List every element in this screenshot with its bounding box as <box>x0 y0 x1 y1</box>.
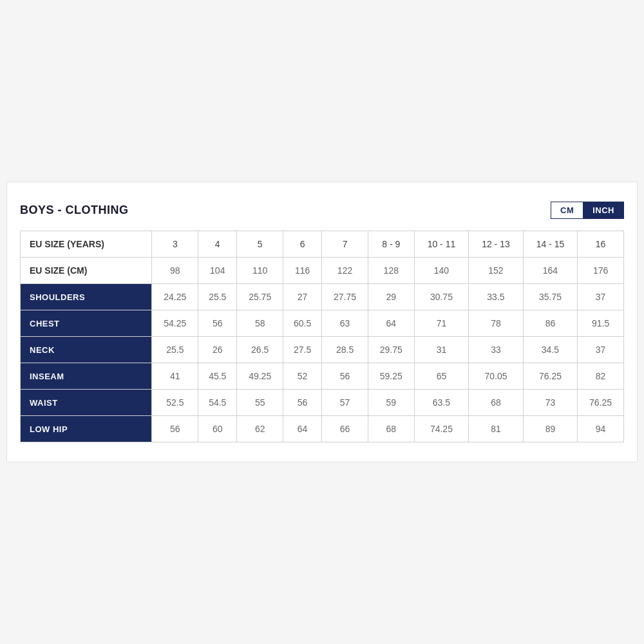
table-cell: 26 <box>198 337 237 363</box>
eu-size-years-row: EU SIZE (YEARS)345678 - 910 - 1112 - 131… <box>21 231 624 258</box>
table-cell: 94 <box>578 416 624 442</box>
table-cell: 45.5 <box>198 363 237 390</box>
table-cell: 68 <box>469 390 524 416</box>
table-cell: 35.75 <box>523 284 578 310</box>
table-cell: 110 <box>237 258 283 284</box>
table-cell: 164 <box>523 258 578 284</box>
table-cell: 54.25 <box>152 310 198 337</box>
table-cell: 28.5 <box>322 337 368 363</box>
header-row: BOYS - CLOTHING CM INCH <box>20 202 624 219</box>
table-cell: 56 <box>152 416 198 442</box>
table-cell: 33.5 <box>469 284 524 310</box>
table-cell: 27.5 <box>283 337 322 363</box>
row-label: LOW HIP <box>21 416 152 442</box>
table-cell: 74.25 <box>414 416 469 442</box>
table-row: CHEST54.25565860.5636471788691.5 <box>21 310 624 337</box>
table-cell: 25.5 <box>198 284 237 310</box>
row-label: CHEST <box>21 310 152 337</box>
table-cell: 140 <box>414 258 469 284</box>
table-cell: 89 <box>523 416 578 442</box>
table-cell: 30.75 <box>414 284 469 310</box>
table-cell: 34.5 <box>523 337 578 363</box>
table-cell: 25.5 <box>152 337 198 363</box>
table-cell: 176 <box>578 258 624 284</box>
page-title: BOYS - CLOTHING <box>20 204 129 217</box>
table-cell: 55 <box>237 390 283 416</box>
table-row: WAIST52.554.55556575963.5687376.25 <box>21 390 624 416</box>
table-cell: 52 <box>283 363 322 390</box>
table-cell: 60.5 <box>283 310 322 337</box>
table-cell: 16 <box>578 231 624 258</box>
size-table: EU SIZE (YEARS)345678 - 910 - 1112 - 131… <box>20 231 624 442</box>
table-cell: 37 <box>578 337 624 363</box>
table-cell: 59.25 <box>368 363 414 390</box>
table-cell: 14 - 15 <box>523 231 578 258</box>
table-cell: 33 <box>469 337 524 363</box>
table-cell: 25.75 <box>237 284 283 310</box>
table-cell: 24.25 <box>152 284 198 310</box>
table-cell: 59 <box>368 390 414 416</box>
eu-size-cm-label: EU SIZE (CM) <box>21 258 152 284</box>
table-cell: 12 - 13 <box>469 231 524 258</box>
table-cell: 104 <box>198 258 237 284</box>
table-cell: 70.05 <box>469 363 524 390</box>
cm-button[interactable]: CM <box>551 202 583 218</box>
unit-toggle[interactable]: CM INCH <box>551 202 624 219</box>
row-label: INSEAM <box>21 363 152 390</box>
table-cell: 31 <box>414 337 469 363</box>
table-cell: 64 <box>368 310 414 337</box>
table-cell: 98 <box>152 258 198 284</box>
table-cell: 56 <box>322 363 368 390</box>
table-row: INSEAM4145.549.25525659.256570.0576.2582 <box>21 363 624 390</box>
table-cell: 57 <box>322 390 368 416</box>
table-cell: 29.75 <box>368 337 414 363</box>
table-cell: 71 <box>414 310 469 337</box>
eu-size-years-label: EU SIZE (YEARS) <box>21 231 152 258</box>
table-cell: 76.25 <box>523 363 578 390</box>
table-cell: 64 <box>283 416 322 442</box>
eu-size-cm-row: EU SIZE (CM)9810411011612212814015216417… <box>21 258 624 284</box>
table-cell: 4 <box>198 231 237 258</box>
table-cell: 3 <box>152 231 198 258</box>
table-cell: 73 <box>523 390 578 416</box>
table-cell: 10 - 11 <box>414 231 469 258</box>
table-cell: 68 <box>368 416 414 442</box>
table-cell: 5 <box>237 231 283 258</box>
table-cell: 82 <box>578 363 624 390</box>
table-cell: 128 <box>368 258 414 284</box>
table-cell: 37 <box>578 284 624 310</box>
table-cell: 91.5 <box>578 310 624 337</box>
table-cell: 65 <box>414 363 469 390</box>
table-cell: 86 <box>523 310 578 337</box>
table-row: LOW HIP56606264666874.25818994 <box>21 416 624 442</box>
table-cell: 56 <box>198 310 237 337</box>
table-cell: 76.25 <box>578 390 624 416</box>
table-cell: 122 <box>322 258 368 284</box>
table-cell: 66 <box>322 416 368 442</box>
table-cell: 27.75 <box>322 284 368 310</box>
table-cell: 62 <box>237 416 283 442</box>
table-cell: 26.5 <box>237 337 283 363</box>
table-cell: 8 - 9 <box>368 231 414 258</box>
row-label: SHOULDERS <box>21 284 152 310</box>
table-cell: 54.5 <box>198 390 237 416</box>
table-cell: 56 <box>283 390 322 416</box>
row-label: WAIST <box>21 390 152 416</box>
table-cell: 152 <box>469 258 524 284</box>
table-cell: 63.5 <box>414 390 469 416</box>
table-cell: 27 <box>283 284 322 310</box>
table-cell: 58 <box>237 310 283 337</box>
table-cell: 81 <box>469 416 524 442</box>
table-cell: 60 <box>198 416 237 442</box>
table-cell: 52.5 <box>152 390 198 416</box>
table-cell: 116 <box>283 258 322 284</box>
row-label: NECK <box>21 337 152 363</box>
table-cell: 41 <box>152 363 198 390</box>
table-cell: 6 <box>283 231 322 258</box>
table-cell: 78 <box>469 310 524 337</box>
table-row: SHOULDERS24.2525.525.752727.752930.7533.… <box>21 284 624 310</box>
table-cell: 7 <box>322 231 368 258</box>
inch-button[interactable]: INCH <box>583 202 623 218</box>
table-cell: 63 <box>322 310 368 337</box>
size-guide-container: BOYS - CLOTHING CM INCH EU SIZE (YEARS)3… <box>6 182 638 462</box>
